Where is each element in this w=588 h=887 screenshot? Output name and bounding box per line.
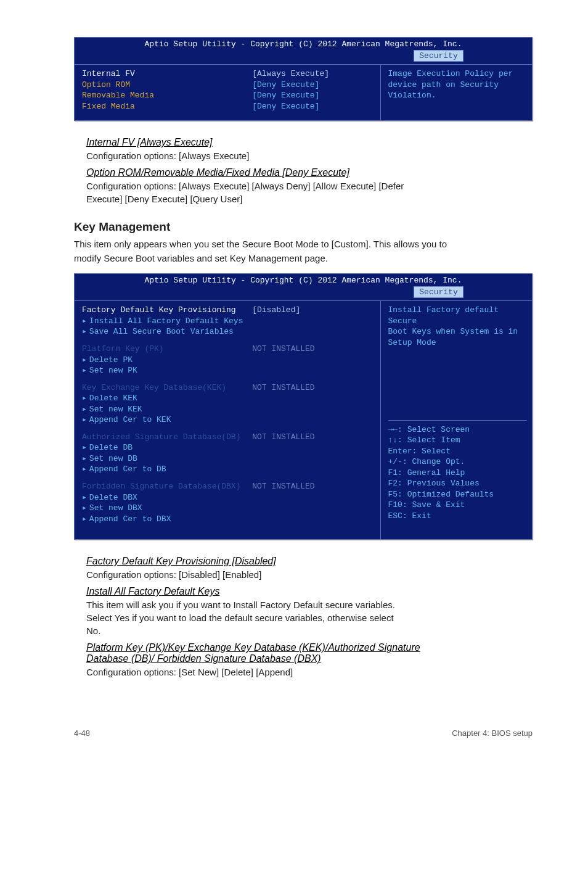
bios2-row-install: Install All Factory Default Keys xyxy=(82,316,374,327)
key-management-intro1: This item only appears when you set the … xyxy=(74,237,533,250)
bios2-nav-l2: ↑↓: Select Item xyxy=(388,435,527,446)
bios2-row-pk-set: Set new PK xyxy=(82,365,374,376)
item-option-rom-text2: Execute] [Deny Execute] [Query User] xyxy=(74,192,533,205)
bios2-nav-l6: F2: Previous Values xyxy=(388,478,527,489)
item-install-title: Install All Factory Default Keys xyxy=(86,586,219,596)
bios2-nav-l1: →←: Select Screen xyxy=(388,424,527,435)
bios2-row-dbx-set: Set new DBX xyxy=(82,503,374,514)
bios2-row-kek-app: Append Cer to KEK xyxy=(82,415,374,426)
item-install-text3: No. xyxy=(74,624,533,637)
bios1-help-line1: Image Execution Policy per xyxy=(388,68,527,80)
bios2-nav-l7: F5: Optimized Defaults xyxy=(388,489,527,500)
item-factory-text: Configuration options: [Disabled] [Enabl… xyxy=(74,568,533,581)
bios1-row-internal-fv: Internal FV [Always Execute] xyxy=(82,68,374,80)
bios2-row-db-set: Set new DB xyxy=(82,453,374,464)
bios1-row-removable-media: Removable Media [Deny Execute] xyxy=(82,90,374,101)
key-management-intro2: modify Secure Boot variables and set Key… xyxy=(74,252,533,265)
item-internal-fv-text: Configuration options: [Always Execute] xyxy=(74,149,533,162)
item-option-rom-text1: Configuration options: [Always Execute] … xyxy=(74,179,533,192)
bios1-row-fixed-media: Fixed Media [Deny Execute] xyxy=(82,101,374,112)
bios2-row-db: Authorized Signature Database(DB) NOT IN… xyxy=(82,432,374,443)
item-db-text: Configuration options: [Set New] [Delete… xyxy=(74,666,533,679)
bios1-help-line3: Violation. xyxy=(388,90,527,101)
bios2-row-dbx: Forbidden Signature Database(DBX) NOT IN… xyxy=(82,481,374,492)
bios-screenshot-1: Aptio Setup Utility - Copyright (C) 2012… xyxy=(74,37,533,121)
bios2-row-kek-set: Set new KEK xyxy=(82,404,374,415)
bios1-tab: Security xyxy=(414,50,463,62)
item-install-text2: Select Yes if you want to load the defau… xyxy=(74,611,533,624)
bios2-help-top1: Install Factory default Secure xyxy=(388,305,527,326)
bios1-row-option-rom: Option ROM [Deny Execute] xyxy=(82,80,374,91)
key-management-heading: Key Management xyxy=(74,220,533,234)
bios2-row-db-app: Append Cer to DB xyxy=(82,464,374,475)
bios2-row-pk-del: Delete PK xyxy=(82,355,374,366)
bios2-row-dbx-app: Append Cer to DBX xyxy=(82,514,374,525)
item-internal-fv-title: Internal FV [Always Execute] xyxy=(86,137,213,147)
item-install-text1: This item will ask you if you want to In… xyxy=(74,598,533,611)
item-db-title2: Database (DB)/ Forbidden Signature Datab… xyxy=(86,653,321,664)
bios2-nav-l4: +/-: Change Opt. xyxy=(388,456,527,468)
item-option-rom-title: Option ROM/Removable Media/Fixed Media [… xyxy=(86,167,349,178)
bios1-header: Aptio Setup Utility - Copyright (C) 2012… xyxy=(75,38,532,50)
item-factory-title: Factory Default Key Provisioning [Disabl… xyxy=(86,556,276,566)
bios2-nav-l9: ESC: Exit xyxy=(388,511,527,522)
bios2-nav-l8: F10: Save & Exit xyxy=(388,500,527,511)
bios2-row-pk: Platform Key (PK) NOT INSTALLED xyxy=(82,344,374,355)
bios-screenshot-2: Aptio Setup Utility - Copyright (C) 2012… xyxy=(74,273,533,540)
bios2-row-save: Save All Secure Boot Variables xyxy=(82,326,374,337)
bios2-row-dbx-del: Delete DBX xyxy=(82,492,374,503)
bios2-nav-l3: Enter: Select xyxy=(388,446,527,457)
bios1-help-line2: device path on Security xyxy=(388,80,527,91)
footer-right: Chapter 4: BIOS setup xyxy=(452,728,533,738)
bios2-tab: Security xyxy=(414,286,463,299)
bios2-row-db-del: Delete DB xyxy=(82,442,374,453)
bios2-row-kek-del: Delete KEK xyxy=(82,393,374,404)
item-db-title1: Platform Key (PK)/Key Exchange Key Datab… xyxy=(86,642,420,653)
bios2-row-kek: Key Exchange Key Database(KEK) NOT INSTA… xyxy=(82,382,374,394)
bios2-row-factory: Factory Default Key Provisioning [Disabl… xyxy=(82,305,374,316)
bios2-help-top3: Setup Mode xyxy=(388,337,527,349)
bios2-help-top2: Boot Keys when System is in xyxy=(388,326,527,337)
bios2-nav-l5: F1: General Help xyxy=(388,468,527,479)
bios2-header: Aptio Setup Utility - Copyright (C) 2012… xyxy=(75,274,532,286)
footer-left: 4-48 xyxy=(74,728,90,738)
